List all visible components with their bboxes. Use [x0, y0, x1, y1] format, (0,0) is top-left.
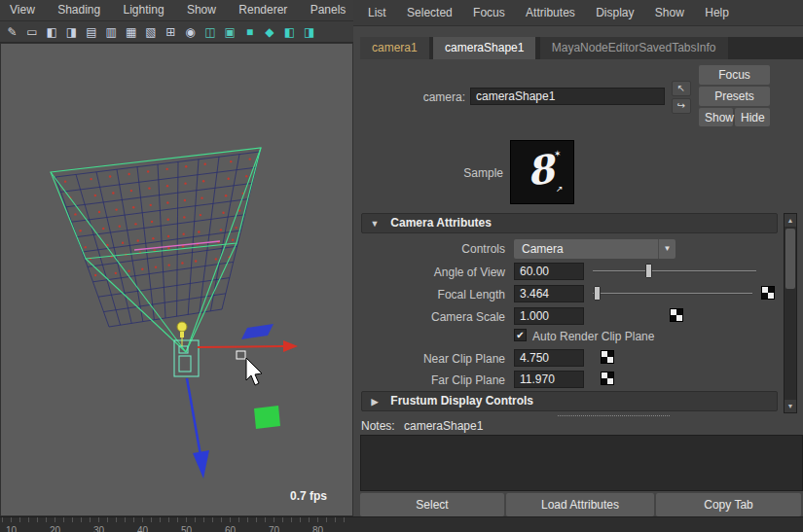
- menu-list[interactable]: List: [359, 0, 395, 25]
- toolbar-icon[interactable]: ◨: [301, 23, 317, 41]
- scroll-down-icon[interactable]: ▼: [785, 400, 796, 412]
- menu-display[interactable]: Display: [587, 0, 642, 25]
- notes-label: Notes:: [361, 419, 395, 433]
- swatch-spark: ↗: [556, 184, 564, 194]
- sample-swatch-image[interactable]: 8 ✶ ↗: [510, 140, 574, 204]
- toolbar-icon[interactable]: ▤: [83, 23, 99, 41]
- menu-help[interactable]: Help: [696, 0, 738, 25]
- show-button[interactable]: Show: [699, 108, 733, 126]
- tab-camera1[interactable]: camera1: [360, 37, 429, 59]
- controls-dropdown[interactable]: Camera ▼: [514, 239, 675, 259]
- ruler-tick: 20: [50, 525, 60, 532]
- fps-counter: 0.7 fps: [290, 489, 327, 503]
- sample-label: Sample: [353, 166, 503, 180]
- green-plane-object[interactable]: [254, 406, 280, 429]
- manipulator-plane-handle[interactable]: [241, 324, 274, 339]
- menu-show[interactable]: Show: [177, 0, 226, 19]
- section-closed-icon: ▶: [362, 393, 387, 411]
- far-clip-input[interactable]: [514, 371, 584, 388]
- toolbar-icon[interactable]: ◨: [63, 23, 80, 41]
- copy-tab-button[interactable]: Copy Tab: [656, 493, 801, 516]
- hide-button[interactable]: Hide: [735, 108, 770, 126]
- select-button[interactable]: Select: [360, 493, 504, 516]
- time-slider[interactable]: 10 20 30 40 50 60 70 80: [0, 516, 803, 532]
- section-camera-attributes[interactable]: ▼ Camera Attributes: [361, 213, 778, 233]
- focal-length-slider[interactable]: [593, 293, 752, 295]
- toolbar-icon[interactable]: ✎: [4, 23, 20, 41]
- menu-lighting[interactable]: Lighting: [114, 0, 174, 19]
- camera-object[interactable]: [174, 340, 199, 376]
- focal-length-input[interactable]: [514, 285, 584, 302]
- section-open-icon: ▼: [362, 215, 387, 233]
- controls-label: Controls: [353, 242, 505, 256]
- viewport-menubar: View Shading Lighting Show Renderer Pane…: [0, 0, 353, 21]
- focal-length-slider-handle[interactable]: [594, 286, 601, 301]
- toolbar-icon[interactable]: ◉: [182, 23, 199, 41]
- focus-button[interactable]: Focus: [699, 65, 770, 85]
- angle-of-view-slider-handle[interactable]: [645, 264, 652, 278]
- menu-panels[interactable]: Panels: [301, 0, 356, 19]
- ruler-tick: 50: [181, 525, 192, 532]
- toolbar-icon[interactable]: ■: [241, 23, 258, 41]
- angle-of-view-label: Angle of View: [353, 266, 505, 279]
- toolbar-icon[interactable]: ▥: [103, 23, 120, 41]
- section-divider: [558, 415, 670, 416]
- attributes-scrollbar[interactable]: ▲ ▼: [784, 213, 797, 413]
- toolbar-icon[interactable]: ◆: [261, 23, 277, 41]
- tab-mayanodeeditorsavedtabsinfo[interactable]: MayaNodeEditorSavedTabsInfo: [540, 37, 728, 59]
- viewport-scene[interactable]: [1, 44, 352, 515]
- swatch-render: 8: [524, 145, 557, 194]
- 3d-viewport[interactable]: 0.7 fps: [0, 43, 353, 516]
- checkmark-icon: ✔: [516, 330, 524, 340]
- ruler-tick: 80: [312, 525, 323, 532]
- section-frustum-display-controls[interactable]: ▶ Frustum Display Controls: [361, 391, 778, 411]
- menu-attributes[interactable]: Attributes: [517, 0, 584, 25]
- camera-scale-input[interactable]: [514, 307, 584, 325]
- toolbar-icon[interactable]: ◧: [44, 23, 60, 41]
- toolbar-icon[interactable]: ⊞: [163, 23, 179, 41]
- presets-button[interactable]: Presets: [699, 87, 770, 106]
- ruler-tick: 40: [137, 525, 148, 532]
- notes-textarea[interactable]: [360, 435, 803, 491]
- camera-field-label: camera:: [353, 90, 465, 104]
- toolbar-icon[interactable]: ▭: [23, 23, 40, 41]
- scroll-up-icon[interactable]: ▲: [785, 214, 796, 227]
- menu-shading[interactable]: Shading: [48, 0, 110, 19]
- ruler-tick: 10: [6, 525, 17, 532]
- manipulator-z-arrow[interactable]: [187, 378, 209, 479]
- toolbar-icon[interactable]: ▦: [123, 23, 139, 41]
- tab-camerashape1[interactable]: cameraShape1: [433, 37, 535, 59]
- menu-view[interactable]: View: [0, 0, 45, 19]
- manipulator-x-arrow[interactable]: [198, 340, 298, 352]
- near-clip-texture-map-button[interactable]: [601, 350, 614, 364]
- swatch-spark: ✶: [554, 149, 562, 159]
- near-clip-label: Near Clip Plane: [353, 352, 505, 366]
- ruler-tick: 30: [93, 525, 104, 532]
- attribute-editor-menubar: List Selected Focus Attributes Display S…: [353, 0, 803, 26]
- camera-name-input[interactable]: [470, 88, 665, 105]
- menu-renderer[interactable]: Renderer: [229, 0, 297, 19]
- focal-length-texture-map-button[interactable]: [761, 286, 775, 300]
- load-attributes-button[interactable]: Load Attributes: [506, 493, 654, 516]
- toolbar-icon[interactable]: ▣: [222, 23, 238, 41]
- angle-of-view-input[interactable]: [514, 263, 584, 280]
- auto-render-clip-checkbox[interactable]: ✔: [514, 329, 527, 341]
- menu-focus[interactable]: Focus: [464, 0, 514, 25]
- load-node-icon[interactable]: ↖: [672, 81, 691, 96]
- pin-node-icon[interactable]: ↪: [672, 98, 691, 114]
- scrollbar-thumb[interactable]: [785, 229, 795, 289]
- toolbar-icon[interactable]: ◫: [201, 23, 218, 41]
- far-clip-label: Far Clip Plane: [353, 373, 505, 387]
- attribute-editor-tabs: camera1 cameraShape1 MayaNodeEditorSaved…: [360, 37, 803, 59]
- far-clip-texture-map-button[interactable]: [601, 372, 614, 385]
- near-clip-input[interactable]: [514, 349, 584, 367]
- ruler-tick: 60: [225, 525, 236, 532]
- ruler-tick: 70: [269, 525, 279, 532]
- menu-selected[interactable]: Selected: [398, 0, 461, 25]
- toolbar-icon[interactable]: ◧: [281, 23, 298, 41]
- menu-show[interactable]: Show: [646, 0, 693, 25]
- toolbar-icon[interactable]: ▧: [142, 23, 159, 41]
- camera-scale-texture-map-button[interactable]: [670, 308, 683, 322]
- angle-of-view-slider[interactable]: [593, 270, 756, 272]
- particle-dots: [64, 158, 251, 276]
